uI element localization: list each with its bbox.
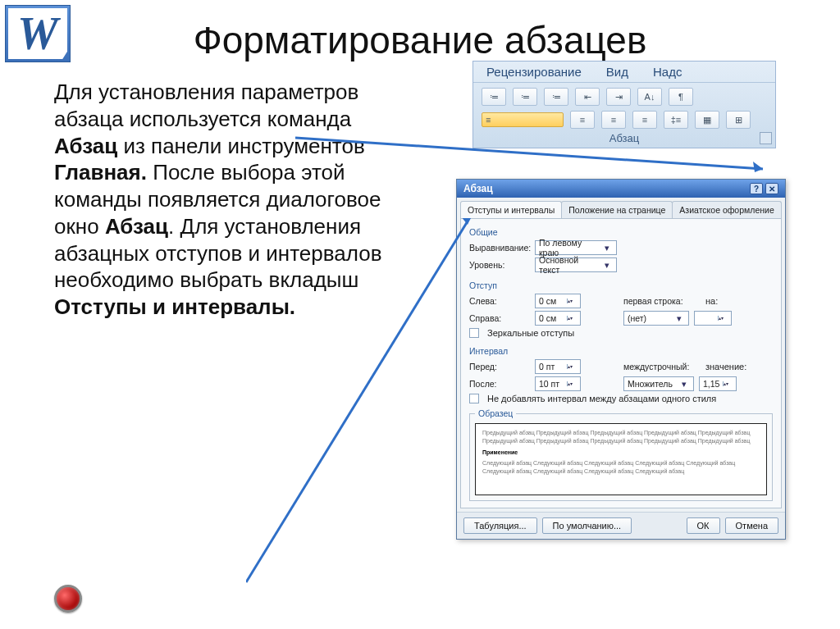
align-right-button[interactable]: ≡ bbox=[601, 111, 626, 129]
ribbon-tab[interactable]: Надс bbox=[653, 65, 682, 79]
mirror-label: Зеркальные отступы bbox=[487, 328, 574, 338]
chevron-down-icon: ▾ bbox=[601, 243, 613, 253]
firstline-select[interactable]: (нет)▾ bbox=[623, 311, 689, 326]
noaddspace-checkbox[interactable] bbox=[469, 394, 479, 403]
spinner-icon: ▴▾ bbox=[567, 381, 577, 386]
before-input[interactable]: 0 пт▴▾ bbox=[535, 359, 581, 374]
explain-part: из панели инструментов bbox=[117, 134, 365, 158]
tab-indents[interactable]: Отступы и интервалы bbox=[460, 201, 562, 218]
explain-bold: Отступы и интервалы. bbox=[54, 294, 295, 319]
chevron-down-icon: ▾ bbox=[678, 379, 690, 389]
ribbon-tab[interactable]: Рецензирование bbox=[486, 65, 582, 79]
chevron-down-icon: ▾ bbox=[673, 313, 685, 323]
left-value: 0 см bbox=[539, 296, 556, 306]
increase-indent-button[interactable]: ⇥ bbox=[606, 88, 631, 106]
before-value: 0 пт bbox=[539, 362, 555, 371]
left-indent-input[interactable]: 0 см▴▾ bbox=[535, 294, 581, 308]
spinner-icon: ▴▾ bbox=[567, 316, 577, 321]
spinner-icon: ▴▾ bbox=[718, 316, 728, 321]
at-label: значение: bbox=[705, 362, 748, 371]
close-icon[interactable]: ✕ bbox=[765, 183, 778, 194]
sort-button[interactable]: A↓ bbox=[637, 88, 662, 106]
borders-button[interactable]: ⊞ bbox=[726, 111, 751, 129]
at-value: 1,15 bbox=[703, 379, 719, 389]
spinner-icon: ▴▾ bbox=[567, 364, 577, 369]
right-label: Справа: bbox=[469, 313, 530, 323]
level-label: Уровень: bbox=[469, 260, 530, 270]
after-input[interactable]: 10 пт▴▾ bbox=[535, 376, 581, 391]
help-icon[interactable]: ? bbox=[750, 183, 763, 194]
linespacing-label: междустрочный: bbox=[623, 362, 701, 371]
sample-next: Следующий абзац Следующий абзац Следующи… bbox=[482, 459, 760, 476]
explain-bold: Главная. bbox=[54, 160, 147, 185]
line-spacing-button[interactable]: ‡≡ bbox=[664, 111, 688, 129]
tabs-button[interactable]: Табуляция... bbox=[463, 517, 537, 534]
slide-title: Форматирование абзацев bbox=[0, 18, 840, 62]
sample-current: Применение bbox=[482, 449, 760, 457]
explain-bold: Абзац bbox=[105, 214, 168, 239]
level-select[interactable]: Основной текст▾ bbox=[535, 258, 617, 272]
decrease-indent-button[interactable]: ⇤ bbox=[575, 88, 600, 106]
linespacing-select[interactable]: Множитель▾ bbox=[623, 376, 694, 391]
ribbon-tab[interactable]: Вид bbox=[606, 65, 628, 79]
by-input[interactable]: ▴▾ bbox=[694, 311, 732, 326]
tab-asian[interactable]: Азиатское оформление bbox=[672, 201, 781, 218]
firstline-value: (нет) bbox=[628, 313, 646, 323]
group-spacing: Интервал bbox=[469, 346, 773, 356]
ok-button[interactable]: ОК bbox=[687, 517, 720, 534]
level-value: Основной текст bbox=[539, 255, 601, 275]
right-value: 0 см bbox=[539, 313, 556, 323]
left-label: Слева: bbox=[469, 296, 530, 306]
dialog-title-text: Абзац bbox=[463, 183, 493, 194]
multilevel-button[interactable]: ≔ bbox=[544, 88, 568, 106]
after-label: После: bbox=[469, 379, 530, 389]
group-general: Общие bbox=[469, 227, 773, 237]
dialog-launcher-icon[interactable] bbox=[760, 132, 772, 144]
after-value: 10 пт bbox=[539, 379, 559, 389]
group-indent: Отступ bbox=[469, 280, 773, 290]
by-label: на: bbox=[705, 296, 738, 306]
numbering-button[interactable]: ≔ bbox=[513, 88, 537, 106]
alignment-label: Выравнивание: bbox=[469, 243, 530, 253]
explain-part: Для установления параметров абзаца испол… bbox=[54, 80, 358, 131]
dialog-titlebar: Абзац ? ✕ bbox=[457, 180, 785, 198]
ribbon-paragraph-group: Рецензирование Вид Надс ≔ ≔ ≔ ⇤ ⇥ A↓ ¶ ≡… bbox=[472, 61, 776, 148]
record-icon bbox=[54, 585, 82, 613]
cancel-button[interactable]: Отмена bbox=[725, 517, 778, 534]
align-center-button[interactable]: ≡ bbox=[570, 111, 595, 129]
noaddspace-label: Не добавлять интервал между абзацами одн… bbox=[487, 394, 716, 403]
firstline-label: первая строка: bbox=[623, 296, 701, 306]
right-indent-input[interactable]: 0 см▴▾ bbox=[535, 311, 581, 326]
show-marks-button[interactable]: ¶ bbox=[669, 88, 693, 106]
sample-fieldset: Образец Предыдущий абзац Предыдущий абза… bbox=[469, 408, 773, 501]
sample-legend: Образец bbox=[475, 408, 516, 418]
paragraph-dialog: Абзац ? ✕ Отступы и интервалы Положение … bbox=[456, 179, 786, 540]
default-button[interactable]: По умолчанию... bbox=[542, 517, 632, 534]
before-label: Перед: bbox=[469, 362, 530, 371]
spinner-icon: ▴▾ bbox=[723, 381, 733, 386]
sample-preview: Предыдущий абзац Предыдущий абзац Предыд… bbox=[475, 423, 767, 495]
chevron-down-icon: ▾ bbox=[601, 260, 613, 270]
alignment-select[interactable]: По левому краю▾ bbox=[535, 240, 617, 255]
justify-button[interactable]: ≡ bbox=[632, 111, 657, 129]
tab-pageposition[interactable]: Положение на странице bbox=[561, 201, 673, 218]
sample-prev: Предыдущий абзац Предыдущий абзац Предыд… bbox=[482, 429, 760, 445]
explanation-text: Для установления параметров абзаца испол… bbox=[54, 79, 382, 321]
mirror-checkbox[interactable] bbox=[469, 328, 479, 338]
svg-marker-1 bbox=[753, 162, 763, 172]
spinner-icon: ▴▾ bbox=[567, 299, 577, 303]
explain-bold: Абзац bbox=[54, 134, 117, 158]
at-input[interactable]: 1,15▴▾ bbox=[699, 376, 737, 391]
shading-button[interactable]: ▦ bbox=[695, 111, 719, 129]
ribbon-group-label: Абзац bbox=[473, 130, 775, 148]
align-left-button[interactable]: ≡ bbox=[482, 112, 564, 127]
bullets-button[interactable]: ≔ bbox=[482, 88, 506, 106]
linespacing-value: Множитель bbox=[628, 379, 673, 389]
